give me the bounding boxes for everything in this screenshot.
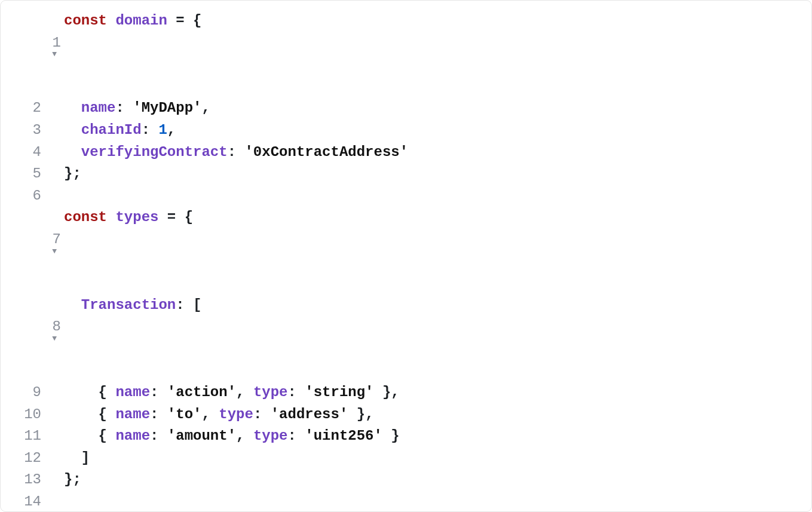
line-number: 10: [1, 404, 46, 426]
code-line: 5 };: [1, 163, 811, 185]
line-number: 9: [1, 382, 46, 404]
code-line: 13 };: [1, 469, 811, 491]
code-line: 12 ]: [1, 447, 811, 470]
code-line: 8 ▼ Transaction: [: [1, 295, 811, 382]
line-number: 14: [1, 491, 46, 512]
code-editor[interactable]: 1 ▼ const domain = { 2 name: 'MyDApp', 3…: [0, 0, 812, 512]
line-number: 5: [1, 163, 46, 185]
code-line: 3 chainId: 1,: [1, 119, 811, 142]
line-number: 13: [1, 469, 46, 491]
code-line: 10 { name: 'to', type: 'address' },: [1, 404, 811, 426]
code-line: 14: [1, 491, 811, 512]
line-number: 2: [1, 97, 46, 119]
code-line: 11 { name: 'amount', type: 'uint256' }: [1, 425, 811, 447]
code-line: 1 ▼ const domain = {: [1, 10, 811, 97]
fold-icon[interactable]: ▼: [52, 50, 57, 58]
code-line: 9 { name: 'action', type: 'string' },: [1, 382, 811, 404]
line-number: 11: [1, 425, 46, 447]
code-line: 2 name: 'MyDApp',: [1, 97, 811, 119]
fold-icon[interactable]: ▼: [52, 334, 57, 342]
line-number: 8 ▼: [1, 295, 46, 382]
code-line: 7 ▼ const types = {: [1, 207, 811, 294]
line-number: 1 ▼: [1, 10, 46, 97]
line-number: 4: [1, 142, 46, 164]
code-line: 6: [1, 185, 811, 207]
line-number: 7 ▼: [1, 207, 46, 294]
line-number: 12: [1, 447, 46, 470]
fold-icon[interactable]: ▼: [52, 247, 57, 255]
code-line: 4 verifyingContract: '0xContractAddress': [1, 142, 811, 164]
line-number: 6: [1, 185, 46, 207]
line-number: 3: [1, 119, 46, 142]
